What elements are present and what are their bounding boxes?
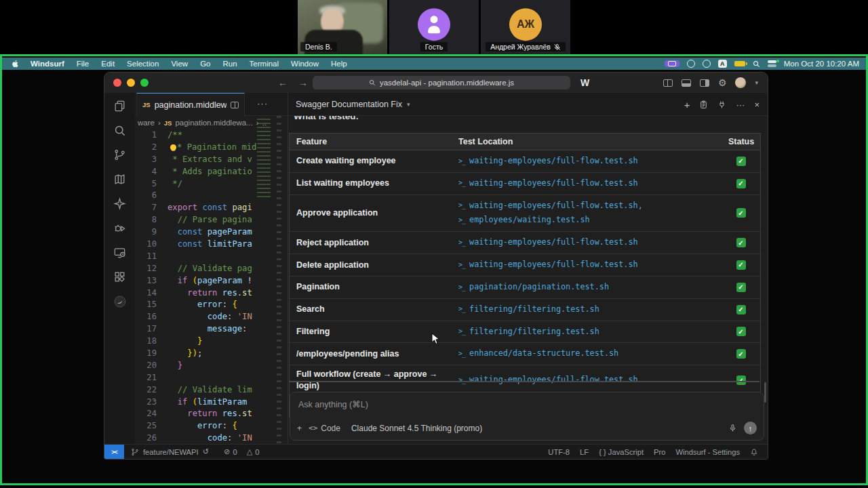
participant-tile-video[interactable]: Denis B.	[298, 0, 387, 54]
menu-run[interactable]: Run	[222, 60, 237, 68]
back-button[interactable]: ←	[278, 77, 288, 88]
menu-window[interactable]: Window	[291, 60, 319, 68]
microphone-icon[interactable]	[728, 424, 737, 432]
command-center-search[interactable]: yasdelal-api - pagination.middleware.js	[313, 76, 570, 89]
test-location-link[interactable]: >_waiting-employees/full-flow.test.sh	[458, 373, 715, 388]
menu-go[interactable]: Go	[200, 60, 210, 68]
feature-cell: Full workflow (create → approve → login)	[290, 365, 452, 395]
breadcrumb-folder[interactable]: ware	[138, 119, 155, 127]
status-cell: ✓	[722, 277, 760, 298]
menu-items: WindsurfFileEditSelectionViewGoRunTermin…	[31, 60, 347, 68]
apple-logo-icon[interactable]	[12, 59, 20, 68]
extensions-icon[interactable]	[113, 270, 126, 283]
control-center-icon[interactable]	[768, 60, 776, 67]
minimize-window-button[interactable]	[127, 79, 135, 87]
windsurf-sparkle-icon[interactable]	[113, 197, 126, 210]
git-branch-label[interactable]: feature/NEWAPI	[143, 448, 199, 456]
test-location-link[interactable]: >_filtering/filtering.test.sh	[458, 325, 715, 340]
split-editor-layout-icon[interactable]	[663, 79, 673, 87]
status-cell: ✓	[722, 299, 760, 321]
close-window-button[interactable]	[113, 79, 121, 87]
chevron-down-icon[interactable]: ▾	[755, 79, 758, 86]
status-cell: ✓	[722, 195, 760, 232]
encoding-indicator[interactable]: UTF-8	[548, 448, 570, 456]
windsurf-settings[interactable]: Windsurf - Settings	[675, 448, 740, 456]
history-clipboard-icon[interactable]	[699, 100, 708, 109]
code-line: 17 message:	[135, 323, 288, 336]
test-location-link[interactable]: >_enhanced/data-structure.test.sh	[458, 346, 715, 361]
screen-sharing-indicator-icon[interactable]	[665, 60, 679, 67]
menu-bar-clock[interactable]: Mon Oct 20 10:20 AM	[784, 60, 859, 68]
code-text: /**	[167, 129, 182, 142]
test-location-link[interactable]: >_waiting-employees/full-flow.test.sh	[458, 154, 715, 169]
ask-input-placeholder[interactable]: Ask anything (⌘L)	[298, 399, 755, 409]
eol-indicator[interactable]: LF	[580, 448, 589, 456]
plan-badge[interactable]: Pro	[654, 448, 665, 456]
close-panel-icon[interactable]: ×	[754, 100, 760, 110]
split-editor-icon[interactable]	[231, 102, 239, 108]
conversation-title[interactable]: Swagger Documentation Fix	[296, 100, 402, 109]
user-status-icon[interactable]	[703, 60, 711, 68]
panel-scrollbar[interactable]	[764, 382, 766, 403]
zoom-window-button[interactable]	[140, 79, 149, 87]
menu-selection[interactable]: Selection	[127, 60, 159, 68]
forward-button[interactable]: →	[298, 77, 308, 88]
code-text: message:	[167, 323, 247, 336]
pass-check-icon: ✓	[736, 283, 746, 292]
new-conversation-button[interactable]: +	[684, 99, 690, 110]
add-context-button[interactable]: +	[297, 424, 302, 433]
explorer-icon[interactable]	[113, 100, 126, 113]
editor-actions-more-icon[interactable]: ···	[257, 98, 268, 108]
search-icon[interactable]	[113, 124, 126, 137]
test-location-link[interactable]: >_waiting-employees/full-flow.test.sh	[458, 235, 715, 250]
plugin-icon[interactable]	[717, 100, 726, 109]
test-location-link[interactable]: >_employees/waiting.test.sh	[458, 213, 715, 228]
tab-pagination-middleware[interactable]: JS pagination.middlewa	[136, 93, 245, 116]
toggle-sidebar-icon[interactable]	[700, 79, 709, 87]
test-location-link[interactable]: >_filtering/filtering.test.sh	[458, 302, 715, 317]
menu-help[interactable]: Help	[331, 60, 347, 68]
breadcrumb-file[interactable]: pagination.middlewa...	[175, 119, 252, 127]
terminal-prompt-icon: >_	[458, 259, 465, 272]
remote-explorer-icon[interactable]	[113, 246, 126, 259]
model-selector[interactable]: Claude Sonnet 4.5 Thinking (promo)	[351, 424, 482, 433]
language-mode[interactable]: { } JavaScript	[599, 448, 644, 456]
test-location-link[interactable]: >_waiting-employees/full-flow.test.sh	[458, 176, 715, 191]
participant-tile-guest[interactable]: Гость	[389, 0, 479, 54]
menu-view[interactable]: View	[171, 60, 188, 68]
test-location-link[interactable]: >_waiting-employees/full-flow.test.sh	[458, 258, 715, 272]
code-editor[interactable]: ware › JS pagination.middlewa... › .. 1/…	[135, 116, 288, 444]
remote-indicator[interactable]: ><	[104, 445, 124, 459]
chevron-down-icon[interactable]: ▾	[407, 101, 410, 108]
problems-indicator[interactable]: ⊘ 0 △ 0	[224, 447, 259, 456]
source-control-icon[interactable]	[113, 148, 126, 161]
sync-icon[interactable]: ↺	[203, 447, 209, 456]
ask-input-box[interactable]: Ask anything (⌘L) + <> Code Claude Sonne…	[290, 392, 764, 441]
more-actions-icon[interactable]: ···	[736, 100, 745, 110]
menu-terminal[interactable]: Terminal	[250, 60, 279, 68]
lightbulb-icon[interactable]	[170, 144, 176, 150]
mode-selector-code[interactable]: <> Code	[309, 424, 340, 433]
minimap[interactable]	[257, 119, 271, 199]
test-location-link[interactable]: >_pagination/pagination.test.sh	[458, 280, 715, 295]
code-line: 15 error: {	[135, 299, 288, 311]
toggle-panel-icon[interactable]	[682, 79, 691, 87]
menu-edit[interactable]: Edit	[101, 60, 115, 68]
column-header-status: Status	[722, 134, 760, 150]
send-button[interactable]: ↑	[744, 422, 757, 434]
account-avatar[interactable]	[735, 77, 746, 88]
map-explorer-icon[interactable]	[113, 173, 126, 186]
spotlight-icon[interactable]	[753, 60, 760, 68]
cascade-agent-icon[interactable]	[113, 295, 127, 308]
code-mode-icon: <>	[309, 424, 317, 432]
run-debug-icon[interactable]	[113, 222, 126, 235]
participant-tile-andrey[interactable]: АЖ Андрей Журавлёв	[481, 0, 570, 54]
menu-file[interactable]: File	[77, 60, 90, 68]
battery-icon[interactable]	[734, 61, 745, 66]
input-source-icon[interactable]: A	[718, 60, 727, 68]
menu-windsurf[interactable]: Windsurf	[31, 60, 64, 68]
test-location-link[interactable]: >_waiting-employees/full-flow.test.sh,	[458, 199, 715, 214]
bell-icon[interactable]	[750, 448, 758, 456]
status-globe-icon[interactable]	[687, 60, 695, 68]
settings-gear-icon[interactable]: ⚙	[718, 78, 727, 87]
